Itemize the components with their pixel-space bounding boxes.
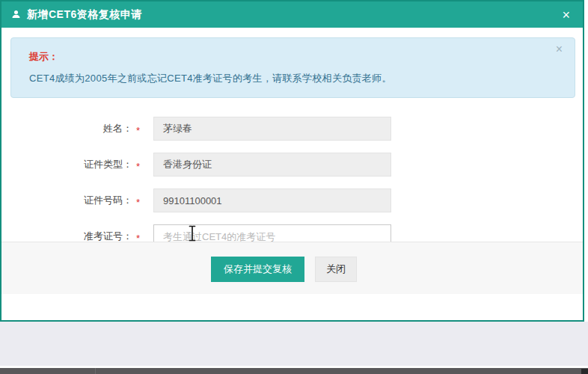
taskbar-corner-mark [581, 369, 588, 374]
required-marker: * [136, 155, 147, 179]
dialog-close-icon[interactable]: × [559, 7, 573, 23]
screen: 新增CET6资格复核申请 × 提示： CET4成绩为2005年之前或忘记CET4… [0, 0, 588, 374]
field-row-name: 姓名： * [1, 117, 583, 141]
name-label: 姓名： [1, 117, 132, 141]
dialog-title: 新增CET6资格复核申请 [27, 8, 142, 22]
id-number-field [153, 188, 391, 212]
name-field [153, 117, 391, 141]
id-type-label: 证件类型： [1, 153, 132, 177]
alert-close-icon[interactable]: × [553, 41, 566, 58]
user-icon [11, 10, 21, 19]
alert-message: CET4成绩为2005年之前或忘记CET4准考证号的考生，请联系学校相关负责老师… [29, 72, 557, 85]
id-type-field [153, 153, 391, 177]
taskbar-divider [95, 368, 96, 374]
dialog-header: 新增CET6资格复核申请 × [1, 1, 583, 28]
required-marker: * [136, 119, 147, 143]
dialog-footer: 保存并提交复核 关闭 [1, 242, 583, 294]
field-row-id-number: 证件号码： * [1, 188, 583, 212]
close-button[interactable]: 关闭 [315, 257, 357, 282]
alert-heading: 提示： [29, 50, 557, 64]
taskbar [0, 368, 588, 374]
field-row-id-type: 证件类型： * [1, 153, 583, 177]
page-background [0, 322, 588, 366]
cet6-review-dialog: 新增CET6资格复核申请 × 提示： CET4成绩为2005年之前或忘记CET4… [0, 0, 584, 322]
info-alert: 提示： CET4成绩为2005年之前或忘记CET4准考证号的考生，请联系学校相关… [10, 37, 575, 98]
required-marker: * [136, 191, 147, 215]
save-and-submit-button[interactable]: 保存并提交复核 [211, 257, 304, 282]
id-number-label: 证件号码： [1, 188, 132, 212]
dialog-body: 提示： CET4成绩为2005年之前或忘记CET4准考证号的考生，请联系学校相关… [1, 28, 583, 268]
